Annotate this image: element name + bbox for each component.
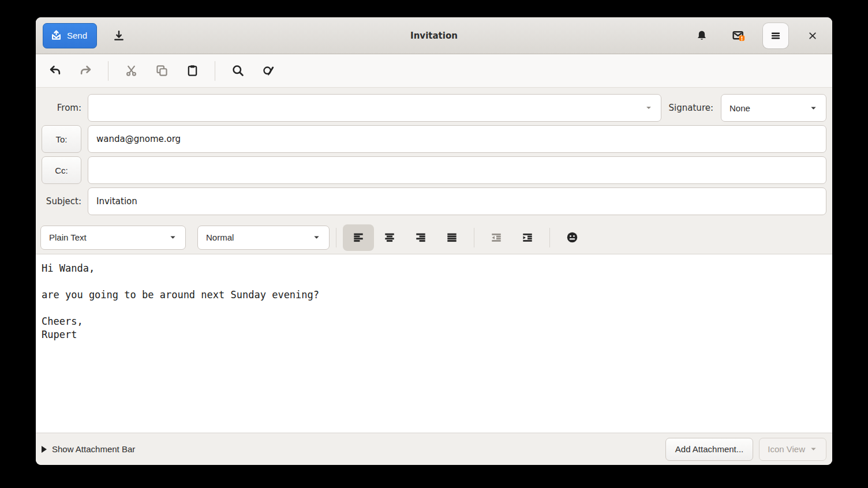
cc-button[interactable]: Cc:	[42, 156, 81, 184]
to-row: To:	[42, 125, 826, 153]
message-body-editor[interactable]: Hi Wanda, are you going to be around nex…	[36, 254, 832, 433]
from-row: From: Signature: None	[42, 94, 826, 122]
align-right-button[interactable]	[405, 224, 436, 251]
dropdown-arrow-icon	[312, 233, 321, 242]
justify-button[interactable]	[436, 224, 467, 251]
format-mode-value: Plain Text	[49, 232, 87, 242]
emoji-icon	[566, 231, 579, 244]
save-icon	[113, 29, 125, 42]
signature-dropdown[interactable]: None	[721, 94, 826, 122]
send-icon	[50, 29, 62, 42]
from-input[interactable]	[96, 95, 645, 121]
copy-icon	[155, 64, 169, 77]
hamburger-menu-button[interactable]	[763, 23, 788, 48]
search-icon	[231, 64, 245, 77]
find-replace-button[interactable]	[255, 59, 282, 83]
send-button[interactable]: Send	[43, 23, 97, 48]
header-bar: Invitation Send	[36, 17, 832, 54]
to-input[interactable]	[88, 125, 826, 153]
toolbar-separator	[215, 61, 215, 81]
paragraph-style-value: Normal	[206, 232, 234, 242]
copy-button[interactable]	[148, 59, 175, 83]
align-center-icon	[383, 231, 396, 244]
dropdown-arrow-icon	[169, 233, 177, 242]
subject-row: Subject:	[42, 187, 826, 215]
hamburger-menu-icon	[769, 29, 782, 42]
indent-button[interactable]	[512, 224, 543, 251]
find-button[interactable]	[225, 59, 251, 83]
align-center-button[interactable]	[374, 224, 405, 251]
message-body-text: Hi Wanda, are you going to be around nex…	[42, 262, 826, 341]
add-attachment-button[interactable]: Add Attachment...	[665, 438, 753, 461]
signature-value: None	[729, 103, 750, 113]
format-mode-dropdown[interactable]: Plain Text	[40, 226, 186, 250]
toolbar-separator	[549, 228, 550, 247]
subject-label: Subject:	[42, 196, 88, 207]
paragraph-style-dropdown[interactable]: Normal	[197, 226, 330, 250]
indent-icon	[521, 231, 534, 244]
save-button[interactable]	[106, 23, 132, 48]
show-attachment-bar-label: Show Attachment Bar	[52, 444, 135, 454]
bell-icon	[695, 29, 708, 42]
subject-input[interactable]	[88, 187, 826, 215]
compose-window: Invitation Send	[36, 17, 832, 465]
align-left-button[interactable]	[343, 224, 374, 251]
attachment-view-mode-dropdown: Icon View	[759, 438, 826, 461]
from-dropdown-arrow-icon[interactable]	[645, 104, 653, 112]
align-left-icon	[352, 231, 365, 244]
dropdown-arrow-icon	[809, 445, 818, 453]
toolbar-separator	[336, 228, 336, 247]
paste-button[interactable]	[179, 59, 205, 83]
from-label: From:	[42, 103, 88, 113]
redo-button[interactable]	[72, 59, 99, 83]
toolbar-separator	[108, 61, 108, 81]
view-mode-label: Icon View	[768, 444, 805, 454]
undo-button[interactable]	[42, 59, 68, 83]
envelope-form: From: Signature: None To:	[36, 88, 832, 221]
undo-icon	[48, 64, 62, 77]
outdent-button[interactable]	[481, 224, 512, 251]
outdent-icon	[490, 231, 503, 244]
find-replace-icon	[262, 64, 275, 77]
cc-input[interactable]	[88, 156, 826, 184]
notifications-button[interactable]	[689, 23, 714, 48]
dropdown-arrow-icon	[809, 104, 818, 112]
close-button[interactable]	[800, 23, 825, 48]
justify-icon	[446, 231, 458, 244]
format-toolbar: Plain Text Normal	[36, 221, 832, 254]
align-right-icon	[414, 231, 427, 244]
send-button-label: Send	[67, 31, 87, 40]
cut-button[interactable]	[118, 59, 144, 83]
edit-toolbar	[36, 54, 832, 88]
new-mail-badge-icon	[732, 29, 746, 43]
to-button[interactable]: To:	[42, 125, 81, 153]
close-icon	[807, 30, 818, 42]
redo-icon	[79, 64, 92, 77]
signature-label: Signature:	[669, 103, 713, 113]
attachment-footer: Show Attachment Bar Add Attachment... Ic…	[36, 433, 832, 465]
expander-triangle-icon	[42, 446, 47, 453]
from-combobox[interactable]	[88, 94, 661, 122]
toolbar-separator	[474, 228, 474, 247]
insert-emoji-button[interactable]	[556, 224, 588, 251]
new-mail-notification-button[interactable]	[726, 23, 751, 48]
cc-row: Cc:	[42, 156, 826, 184]
show-attachment-bar-expander[interactable]: Show Attachment Bar	[42, 444, 135, 454]
cut-icon	[125, 64, 138, 77]
paste-icon	[186, 64, 199, 77]
